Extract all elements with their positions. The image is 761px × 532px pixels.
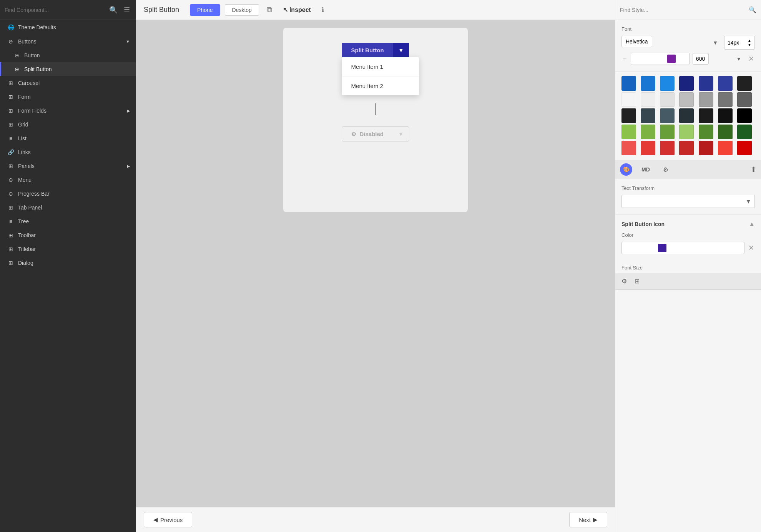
next-button[interactable]: Next ▶ <box>569 512 607 527</box>
sidebar-item-progress-bar[interactable]: ⊖ Progress Bar <box>0 187 136 201</box>
swatch-dark-3[interactable] <box>660 108 675 123</box>
swatch-red-7[interactable] <box>737 141 752 155</box>
swatch-gray-7[interactable] <box>737 92 752 107</box>
icon-color-close-button[interactable]: ✕ <box>748 243 755 253</box>
swatch-blue-2[interactable] <box>641 76 655 91</box>
sidebar-item-list[interactable]: ≡ List <box>0 131 136 145</box>
sidebar-item-menu[interactable]: ⊖ Menu <box>0 173 136 187</box>
panels-label: Panels <box>18 163 35 169</box>
icon-color-hex-input[interactable]: #311B92 <box>625 245 656 251</box>
swatch-blue-3[interactable] <box>660 76 675 91</box>
sidebar-item-dialog[interactable]: ⊞ Dialog <box>0 256 136 270</box>
toolbar-sliders-icon[interactable]: ⚙ <box>620 276 628 286</box>
swatch-dark-6[interactable] <box>718 108 733 123</box>
sidebar-item-carousel[interactable]: ⊞ Carousel <box>0 76 136 90</box>
swatch-gray-1[interactable] <box>621 92 636 107</box>
sidebar-item-form-fields[interactable]: ⊞ Form Fields ▶ <box>0 104 136 118</box>
sidebar-item-links[interactable]: 🔗 Links <box>0 145 136 159</box>
swatch-red-5[interactable] <box>699 141 713 155</box>
font-row1: Helvetica ▼ 14px ▲▼ <box>621 36 755 50</box>
swatch-green-3[interactable] <box>660 125 675 139</box>
font-family-select[interactable]: Helvetica <box>621 36 652 47</box>
font-section: Font Helvetica ▼ 14px ▲▼ − #4A148C 600 <box>615 20 761 71</box>
inspect-button[interactable]: ↖ Inspect <box>280 5 314 15</box>
split-button-arrow[interactable]: ▼ <box>393 43 409 57</box>
swatch-gray-4[interactable] <box>679 92 694 107</box>
swatch-dark-4[interactable] <box>679 108 694 123</box>
sidebar-item-grid[interactable]: ⊞ Grid <box>0 118 136 131</box>
swatch-gray-5[interactable] <box>699 92 713 107</box>
font-color-hex-input[interactable]: #4A148C <box>634 56 665 62</box>
sidebar-item-theme-defaults[interactable]: 🌐 Theme Defaults <box>0 20 136 35</box>
swatch-green-4[interactable] <box>679 125 694 139</box>
disabled-split-button-arrow[interactable]: ▼ <box>393 127 409 141</box>
swatch-dark-2[interactable] <box>641 108 655 123</box>
toolbar-grid-icon[interactable]: ⊞ <box>633 276 641 286</box>
swatch-gray-3[interactable] <box>660 92 675 107</box>
swatch-darkblue-3[interactable] <box>718 76 733 91</box>
tab-desktop[interactable]: Desktop <box>225 4 259 16</box>
sidebar-item-tree[interactable]: ≡ Tree <box>0 214 136 228</box>
font-family-container: Helvetica ▼ <box>621 36 721 50</box>
previous-button[interactable]: ◀ Previous <box>144 512 192 527</box>
sidebar-item-titlebar[interactable]: ⊞ Titlebar <box>0 242 136 256</box>
style-search-input[interactable] <box>620 7 746 13</box>
tab-phone[interactable]: Phone <box>190 4 220 16</box>
font-row-close-button[interactable]: ✕ <box>748 54 755 64</box>
sidebar-item-panels[interactable]: ⊞ Panels ▶ <box>0 159 136 173</box>
swatch-darkblue-1[interactable] <box>679 76 694 91</box>
swatch-red-6[interactable] <box>718 141 733 155</box>
swatch-green-2[interactable] <box>641 125 655 139</box>
swatch-green-1[interactable] <box>621 125 636 139</box>
dropdown-item-1[interactable]: Menu Item 1 <box>342 57 419 76</box>
form-fields-chevron: ▶ <box>127 108 130 113</box>
swatch-green-6[interactable] <box>718 125 733 139</box>
upload-icon-button[interactable]: ⬆ <box>751 165 756 174</box>
next-label: Next <box>579 517 591 523</box>
swatch-darkblue-2[interactable] <box>699 76 713 91</box>
sidebar-item-toolbar[interactable]: ⊞ Toolbar <box>0 228 136 242</box>
sidebar-item-form[interactable]: ⊞ Form <box>0 90 136 104</box>
swatch-blue-1[interactable] <box>621 76 636 91</box>
swatch-red-4[interactable] <box>679 141 694 155</box>
menu-icon-button[interactable]: ☰ <box>122 5 131 15</box>
responsive-icon-button[interactable]: ⧉ <box>264 4 275 16</box>
split-button-widget: Split Button ▼ Menu Item 1 Menu Item 2 <box>342 43 409 57</box>
form-label: Form <box>18 94 31 100</box>
globe-icon: 🌐 <box>7 24 14 31</box>
swatch-dark-7[interactable] <box>737 108 752 123</box>
swatch-red-3[interactable] <box>660 141 675 155</box>
swatch-gray-6[interactable] <box>718 92 733 107</box>
swatch-red-1[interactable] <box>621 141 636 155</box>
tab-md[interactable]: MD <box>635 164 656 175</box>
swatch-gray-2[interactable] <box>641 92 655 107</box>
links-icon: 🔗 <box>7 149 14 156</box>
font-size-spinner[interactable]: ▲▼ <box>748 38 751 47</box>
swatch-red-2[interactable] <box>641 141 655 155</box>
swatch-darkest-1[interactable] <box>737 76 752 91</box>
tab-sliders-icon[interactable]: ⚙ <box>659 164 672 176</box>
tab-paint-icon[interactable]: 🎨 <box>620 163 632 176</box>
main-header: Split Button Phone Desktop ⧉ ↖ Inspect ℹ <box>136 0 615 20</box>
icon-color-swatch[interactable] <box>658 244 666 252</box>
sidebar-group-buttons[interactable]: ⊖ Buttons ▼ <box>0 35 136 48</box>
swatch-green-7[interactable] <box>737 125 752 139</box>
swatch-dark-1[interactable] <box>621 108 636 123</box>
font-color-swatch[interactable] <box>667 55 676 63</box>
info-icon-button[interactable]: ℹ <box>319 5 327 15</box>
sidebar-item-tab-panel[interactable]: ⊞ Tab Panel <box>0 201 136 214</box>
sidebar-item-split-button[interactable]: ⊖ Split Button <box>0 62 136 76</box>
collapse-icon-section-button[interactable]: ▲ <box>749 221 755 228</box>
dropdown-item-2[interactable]: Menu Item 2 <box>342 76 419 95</box>
text-transform-select[interactable]: Uppercase Lowercase Capitalize <box>621 195 755 208</box>
split-button-main[interactable]: Split Button <box>342 43 393 57</box>
font-weight-select[interactable]: 600 400 700 <box>693 53 709 65</box>
disabled-split-button-main[interactable]: ⚙ Disabled <box>342 127 393 141</box>
sidebar-item-button[interactable]: ⊖ Button <box>0 48 136 62</box>
swatch-dark-5[interactable] <box>699 108 713 123</box>
tab-panel-label: Tab Panel <box>18 204 42 211</box>
search-input[interactable] <box>5 7 105 13</box>
swatch-green-5[interactable] <box>699 125 713 139</box>
search-icon-button[interactable]: 🔍 <box>108 5 119 15</box>
font-color-close-button[interactable]: − <box>621 54 628 64</box>
